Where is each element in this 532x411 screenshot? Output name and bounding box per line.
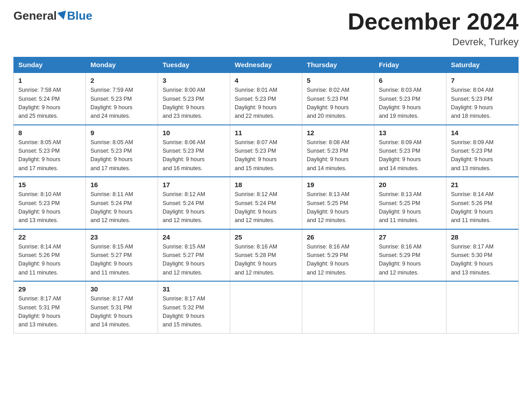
header-thursday: Thursday (302, 57, 374, 73)
day-info: Sunrise: 8:14 AMSunset: 5:26 PMDaylight:… (18, 244, 61, 276)
day-info: Sunrise: 8:17 AMSunset: 5:31 PMDaylight:… (18, 295, 61, 328)
calendar-cell: 19 Sunrise: 8:13 AMSunset: 5:25 PMDaylig… (302, 177, 374, 229)
calendar-cell: 12 Sunrise: 8:08 AMSunset: 5:23 PMDaylig… (302, 125, 374, 177)
calendar-cell: 14 Sunrise: 8:09 AMSunset: 5:23 PMDaylig… (446, 125, 519, 177)
day-info: Sunrise: 8:11 AMSunset: 5:24 PMDaylight:… (90, 191, 133, 223)
logo-text: General Blue (13, 9, 92, 23)
day-number: 9 (90, 129, 153, 137)
title-block: December 2024 Devrek, Turkey (348, 9, 519, 48)
day-info: Sunrise: 7:59 AMSunset: 5:23 PMDaylight:… (90, 87, 133, 119)
location-label: Devrek, Turkey (348, 36, 519, 48)
day-info: Sunrise: 8:17 AMSunset: 5:32 PMDaylight:… (163, 295, 205, 328)
calendar-cell: 26 Sunrise: 8:16 AMSunset: 5:29 PMDaylig… (302, 229, 374, 282)
calendar-cell: 7 Sunrise: 8:04 AMSunset: 5:23 PMDayligh… (446, 73, 519, 125)
day-number: 14 (451, 129, 514, 137)
calendar-cell: 16 Sunrise: 8:11 AMSunset: 5:24 PMDaylig… (86, 177, 158, 229)
calendar-cell: 13 Sunrise: 8:09 AMSunset: 5:23 PMDaylig… (374, 125, 446, 177)
calendar-cell (302, 281, 374, 333)
day-info: Sunrise: 8:13 AMSunset: 5:25 PMDaylight:… (307, 191, 349, 223)
logo: General Blue (13, 9, 92, 23)
day-info: Sunrise: 8:16 AMSunset: 5:29 PMDaylight:… (307, 244, 349, 276)
calendar-week-2: 8 Sunrise: 8:05 AMSunset: 5:23 PMDayligh… (14, 125, 519, 177)
calendar-cell: 22 Sunrise: 8:14 AMSunset: 5:26 PMDaylig… (14, 229, 86, 282)
day-info: Sunrise: 8:17 AMSunset: 5:31 PMDaylight:… (90, 295, 133, 328)
calendar-cell: 17 Sunrise: 8:12 AMSunset: 5:24 PMDaylig… (158, 177, 230, 229)
header-tuesday: Tuesday (158, 57, 230, 73)
day-number: 24 (163, 233, 225, 241)
day-number: 15 (18, 181, 81, 188)
header-saturday: Saturday (446, 57, 519, 73)
day-number: 8 (18, 129, 81, 137)
day-info: Sunrise: 8:09 AMSunset: 5:23 PMDaylight:… (379, 139, 421, 171)
day-info: Sunrise: 8:16 AMSunset: 5:29 PMDaylight:… (379, 244, 421, 276)
day-number: 29 (18, 285, 81, 293)
calendar-body: 1 Sunrise: 7:58 AMSunset: 5:24 PMDayligh… (14, 73, 519, 333)
day-info: Sunrise: 8:00 AMSunset: 5:23 PMDaylight:… (163, 87, 205, 119)
day-number: 6 (379, 77, 442, 84)
day-info: Sunrise: 8:14 AMSunset: 5:26 PMDaylight:… (451, 191, 493, 223)
calendar-cell: 9 Sunrise: 8:05 AMSunset: 5:23 PMDayligh… (86, 125, 158, 177)
day-number: 27 (379, 233, 442, 241)
day-number: 4 (235, 77, 297, 84)
calendar-table: SundayMondayTuesdayWednesdayThursdayFrid… (13, 57, 519, 334)
day-number: 5 (307, 77, 369, 84)
calendar-week-1: 1 Sunrise: 7:58 AMSunset: 5:24 PMDayligh… (14, 73, 519, 125)
day-info: Sunrise: 7:58 AMSunset: 5:24 PMDaylight:… (18, 87, 61, 119)
calendar-cell: 4 Sunrise: 8:01 AMSunset: 5:23 PMDayligh… (230, 73, 302, 125)
day-info: Sunrise: 8:06 AMSunset: 5:23 PMDaylight:… (163, 139, 205, 171)
day-info: Sunrise: 8:15 AMSunset: 5:27 PMDaylight:… (163, 244, 205, 276)
day-number: 30 (90, 285, 153, 293)
header-sunday: Sunday (14, 57, 86, 73)
day-info: Sunrise: 8:17 AMSunset: 5:30 PMDaylight:… (451, 244, 493, 276)
calendar-cell: 10 Sunrise: 8:06 AMSunset: 5:23 PMDaylig… (158, 125, 230, 177)
calendar-cell: 25 Sunrise: 8:16 AMSunset: 5:28 PMDaylig… (230, 229, 302, 282)
calendar-cell: 29 Sunrise: 8:17 AMSunset: 5:31 PMDaylig… (14, 281, 86, 333)
calendar-cell: 20 Sunrise: 8:13 AMSunset: 5:25 PMDaylig… (374, 177, 446, 229)
day-number: 7 (451, 77, 514, 84)
day-number: 2 (90, 77, 153, 84)
day-number: 26 (307, 233, 369, 241)
logo-blue-text: Blue (67, 9, 92, 23)
calendar-cell (446, 281, 519, 333)
calendar-cell: 21 Sunrise: 8:14 AMSunset: 5:26 PMDaylig… (446, 177, 519, 229)
calendar-cell (230, 281, 302, 333)
calendar-cell: 5 Sunrise: 8:02 AMSunset: 5:23 PMDayligh… (302, 73, 374, 125)
day-number: 3 (163, 77, 225, 84)
calendar-cell: 18 Sunrise: 8:12 AMSunset: 5:24 PMDaylig… (230, 177, 302, 229)
calendar-cell: 27 Sunrise: 8:16 AMSunset: 5:29 PMDaylig… (374, 229, 446, 282)
calendar-cell: 30 Sunrise: 8:17 AMSunset: 5:31 PMDaylig… (86, 281, 158, 333)
calendar-cell: 8 Sunrise: 8:05 AMSunset: 5:23 PMDayligh… (14, 125, 86, 177)
calendar-cell: 23 Sunrise: 8:15 AMSunset: 5:27 PMDaylig… (86, 229, 158, 282)
day-info: Sunrise: 8:01 AMSunset: 5:23 PMDaylight:… (235, 87, 277, 119)
day-info: Sunrise: 8:08 AMSunset: 5:23 PMDaylight:… (307, 139, 349, 171)
logo-general-text: General (13, 9, 57, 23)
calendar-cell: 11 Sunrise: 8:07 AMSunset: 5:23 PMDaylig… (230, 125, 302, 177)
day-number: 25 (235, 233, 297, 241)
header-wednesday: Wednesday (230, 57, 302, 73)
day-number: 21 (451, 181, 514, 188)
day-info: Sunrise: 8:12 AMSunset: 5:24 PMDaylight:… (163, 191, 205, 223)
header-row: SundayMondayTuesdayWednesdayThursdayFrid… (14, 57, 519, 73)
day-info: Sunrise: 8:12 AMSunset: 5:24 PMDaylight:… (235, 191, 277, 223)
day-info: Sunrise: 8:04 AMSunset: 5:23 PMDaylight:… (451, 87, 493, 119)
day-number: 1 (18, 77, 81, 84)
day-number: 31 (163, 285, 225, 293)
calendar-cell: 2 Sunrise: 7:59 AMSunset: 5:23 PMDayligh… (86, 73, 158, 125)
day-number: 10 (163, 129, 225, 137)
day-info: Sunrise: 8:15 AMSunset: 5:27 PMDaylight:… (90, 244, 133, 276)
day-info: Sunrise: 8:13 AMSunset: 5:25 PMDaylight:… (379, 191, 421, 223)
calendar-cell: 1 Sunrise: 7:58 AMSunset: 5:24 PMDayligh… (14, 73, 86, 125)
calendar-cell (374, 281, 446, 333)
calendar-cell: 24 Sunrise: 8:15 AMSunset: 5:27 PMDaylig… (158, 229, 230, 282)
day-info: Sunrise: 8:16 AMSunset: 5:28 PMDaylight:… (235, 244, 277, 276)
day-info: Sunrise: 8:02 AMSunset: 5:23 PMDaylight:… (307, 87, 349, 119)
day-info: Sunrise: 8:07 AMSunset: 5:23 PMDaylight:… (235, 139, 277, 171)
page-header: General Blue December 2024 Devrek, Turke… (13, 9, 519, 48)
day-number: 12 (307, 129, 369, 137)
day-number: 19 (307, 181, 369, 188)
calendar-cell: 3 Sunrise: 8:00 AMSunset: 5:23 PMDayligh… (158, 73, 230, 125)
calendar-cell: 28 Sunrise: 8:17 AMSunset: 5:30 PMDaylig… (446, 229, 519, 282)
day-number: 13 (379, 129, 442, 137)
day-number: 23 (90, 233, 153, 241)
logo-triangle-icon (57, 10, 68, 21)
